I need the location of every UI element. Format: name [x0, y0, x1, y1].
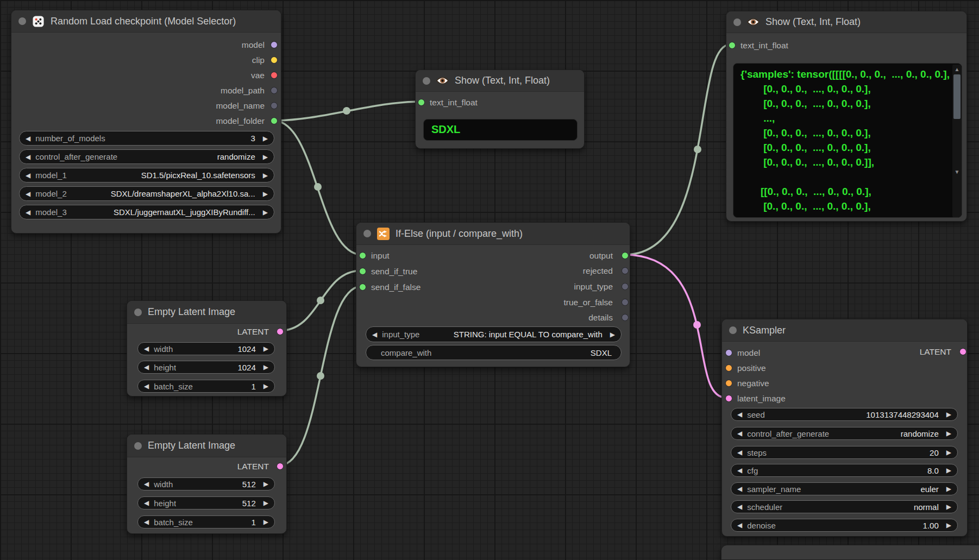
output-port-model[interactable]	[271, 41, 278, 48]
node-random-load-checkpoint[interactable]: Random Load checkpoint (Model Selector) …	[11, 10, 281, 234]
decrement-arrow-icon[interactable]	[26, 209, 30, 216]
scrollbar[interactable]	[952, 65, 962, 217]
node-show-text-top[interactable]: Show (Text, Int, Float) text_int_float {…	[726, 11, 967, 222]
show-text-area[interactable]: SDXL	[423, 119, 578, 141]
widget-height[interactable]: height 1024	[137, 361, 275, 374]
output-port-model-folder[interactable]	[271, 117, 278, 124]
output-port-vae[interactable]	[271, 72, 278, 79]
decrement-arrow-icon[interactable]	[144, 519, 149, 525]
node-title-bar[interactable]: Random Load checkpoint (Model Selector)	[11, 10, 281, 33]
node-show-text-mid[interactable]: Show (Text, Int, Float) text_int_float S…	[415, 70, 585, 149]
decrement-arrow-icon[interactable]	[737, 486, 742, 492]
decrement-arrow-icon[interactable]	[26, 135, 30, 142]
collapse-dot[interactable]	[134, 309, 142, 316]
increment-arrow-icon[interactable]	[263, 345, 268, 352]
widget-height[interactable]: height 512	[137, 496, 275, 509]
output-port-input-type[interactable]	[622, 283, 629, 290]
node-title-bar[interactable]: If-Else (input / compare_with)	[356, 223, 630, 245]
increment-arrow-icon[interactable]	[946, 486, 951, 492]
decrement-arrow-icon[interactable]	[737, 504, 742, 510]
widget-control-after-generate[interactable]: control_after_generate randomize	[19, 149, 274, 164]
input-port-model[interactable]	[725, 349, 732, 356]
output-port-latent[interactable]	[277, 328, 284, 335]
node-empty-latent-1[interactable]: Empty Latent Image LATENT width 1024 hei…	[127, 300, 287, 397]
widget-width[interactable]: width 1024	[137, 342, 275, 355]
collapse-dot[interactable]	[733, 18, 741, 26]
increment-arrow-icon[interactable]	[263, 364, 268, 370]
widget-batch-size[interactable]: batch_size 1	[137, 515, 275, 528]
node-graph-canvas[interactable]: Random Load checkpoint (Model Selector) …	[0, 0, 979, 560]
output-port-true-or-false[interactable]	[622, 299, 629, 306]
increment-arrow-icon[interactable]	[263, 172, 268, 179]
decrement-arrow-icon[interactable]	[144, 500, 149, 506]
decrement-arrow-icon[interactable]	[144, 345, 149, 352]
widget-model-2[interactable]: model_2 SDXL/dreamshaperXL_alpha2Xl10.sa…	[19, 186, 274, 201]
scrollbar-thumb[interactable]	[953, 74, 961, 119]
node-title-bar[interactable]: Empty Latent Image	[127, 435, 286, 457]
widget-sampler-name[interactable]: sampler_name euler	[731, 482, 958, 495]
input-port-negative[interactable]	[725, 380, 732, 387]
decrement-arrow-icon[interactable]	[737, 522, 742, 528]
output-port-details[interactable]	[622, 314, 629, 321]
increment-arrow-icon[interactable]	[263, 191, 268, 197]
decrement-arrow-icon[interactable]	[737, 467, 742, 474]
widget-cfg[interactable]: cfg 8.0	[731, 464, 958, 477]
decrement-arrow-icon[interactable]	[144, 383, 149, 389]
collapse-dot[interactable]	[729, 326, 737, 334]
increment-arrow-icon[interactable]	[946, 430, 951, 437]
output-port-output[interactable]	[622, 252, 629, 259]
increment-arrow-icon[interactable]	[946, 467, 951, 474]
output-port-latent[interactable]	[277, 463, 284, 470]
scroll-down-icon[interactable]	[952, 169, 962, 175]
decrement-arrow-icon[interactable]	[26, 154, 30, 160]
output-port-rejected[interactable]	[622, 267, 629, 274]
collapse-dot[interactable]	[423, 77, 430, 85]
increment-arrow-icon[interactable]	[263, 481, 268, 487]
input-port-latent-image[interactable]	[725, 395, 732, 402]
increment-arrow-icon[interactable]	[946, 504, 951, 510]
output-port-model-name[interactable]	[271, 102, 278, 109]
widget-batch-size[interactable]: batch_size 1	[137, 380, 275, 393]
node-empty-latent-2[interactable]: Empty Latent Image LATENT width 512 heig…	[127, 434, 287, 534]
node-if-else[interactable]: If-Else (input / compare_with) input sen…	[356, 222, 630, 367]
widget-scheduler[interactable]: scheduler normal	[731, 500, 958, 513]
increment-arrow-icon[interactable]	[946, 411, 951, 418]
widget-seed[interactable]: seed 1013137448293404	[731, 408, 958, 421]
decrement-arrow-icon[interactable]	[737, 449, 742, 456]
widget-number-of-models[interactable]: number_of_models 3	[19, 131, 274, 146]
decrement-arrow-icon[interactable]	[144, 364, 149, 370]
widget-width[interactable]: width 512	[137, 477, 275, 490]
scroll-up-icon[interactable]	[952, 67, 962, 72]
decrement-arrow-icon[interactable]	[144, 481, 149, 487]
output-port-latent[interactable]	[959, 348, 967, 355]
show-text-area[interactable]: {'samples': tensor([[[[0., 0., 0., ..., …	[733, 63, 962, 218]
increment-arrow-icon[interactable]	[263, 209, 268, 216]
collapse-dot[interactable]	[18, 17, 26, 25]
output-port-clip[interactable]	[271, 56, 278, 64]
widget-model-3[interactable]: model_3 SDXL/juggernautXL_juggXIByRundif…	[19, 205, 274, 219]
widget-steps[interactable]: steps 20	[731, 446, 958, 459]
increment-arrow-icon[interactable]	[263, 519, 268, 525]
input-port-send-if-true[interactable]	[359, 268, 366, 275]
decrement-arrow-icon[interactable]	[372, 331, 377, 338]
node-title-bar[interactable]: Show (Text, Int, Float)	[726, 11, 967, 33]
node-title-bar[interactable]: KSampler	[722, 319, 967, 342]
increment-arrow-icon[interactable]	[263, 135, 268, 142]
increment-arrow-icon[interactable]	[263, 500, 268, 506]
decrement-arrow-icon[interactable]	[26, 191, 30, 197]
widget-denoise[interactable]: denoise 1.00	[731, 519, 958, 532]
decrement-arrow-icon[interactable]	[26, 172, 30, 179]
input-port-text-int-float[interactable]	[418, 99, 425, 106]
node-ksampler[interactable]: KSampler model positive negative latent_…	[721, 319, 968, 537]
widget-control-after-generate[interactable]: control_after_generate randomize	[731, 427, 958, 440]
node-title-bar[interactable]: Empty Latent Image	[127, 301, 286, 324]
collapse-dot[interactable]	[363, 230, 371, 237]
input-port-send-if-false[interactable]	[359, 284, 366, 291]
widget-model-1[interactable]: model_1 SD1.5/picxReal_10.safetensors	[19, 168, 274, 183]
increment-arrow-icon[interactable]	[610, 331, 615, 338]
input-port-input[interactable]	[359, 252, 366, 259]
widget-input-type[interactable]: input_type STRING: input EQUAL TO compar…	[366, 326, 622, 342]
increment-arrow-icon[interactable]	[946, 449, 951, 456]
increment-arrow-icon[interactable]	[263, 154, 268, 160]
widget-compare-with[interactable]: compare_with SDXL	[366, 345, 622, 360]
